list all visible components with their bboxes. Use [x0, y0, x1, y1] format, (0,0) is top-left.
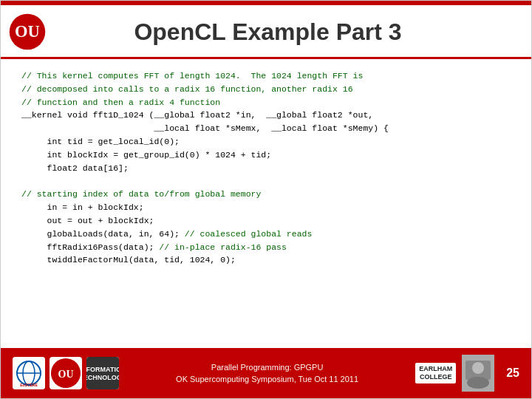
footer-logos-left: EoSCERE OU INFORMATION TECHNOLOGY: [13, 357, 119, 389]
code-line-14: twiddleFactorMul(data, tid, 1024, 0);: [21, 255, 236, 265]
footer-it-logo: INFORMATION TECHNOLOGY: [86, 357, 119, 389]
header: OU OpenCL Example Part 3: [1, 5, 531, 59]
code-block: // This kernel computes FFT of length 10…: [21, 69, 511, 267]
code-line-9: // starting index of data to/from global…: [21, 189, 261, 199]
code-line-13: fftRadix16Pass(data); // in-place radix-…: [21, 242, 287, 252]
svg-point-15: [472, 362, 484, 374]
code-line-10: in = in + blockIdx;: [21, 202, 144, 212]
code-line-8: float2 data[16];: [21, 163, 129, 173]
svg-text:EoSCERE: EoSCERE: [20, 383, 38, 387]
page-number: 25: [506, 366, 519, 380]
svg-point-14: [467, 377, 489, 389]
footer-center-line1: Parallel Programming: GPGPU: [119, 361, 415, 374]
earlham-logo: EARLHAMCOLLEGE: [415, 363, 456, 383]
footer-center: Parallel Programming: GPGPU OK Supercomp…: [119, 361, 415, 386]
code-line-1: // This kernel computes FFT of length 10…: [21, 71, 363, 81]
svg-text:INFORMATION: INFORMATION: [86, 366, 119, 373]
ou-logo: OU: [8, 13, 47, 51]
footer-center-line2: OK Supercomputing Symposium, Tue Oct 11 …: [119, 373, 415, 386]
code-line-11: out = out + blockIdx;: [21, 216, 154, 225]
svg-rect-9: [86, 357, 119, 389]
code-line-12: globalLoads(data, in, 64); // coalesced …: [21, 229, 312, 239]
code-line-4: __kernel void fft1D_1024 (__global float…: [21, 110, 373, 120]
footer: EoSCERE OU INFORMATION TECHNOLOGY: [1, 348, 531, 398]
svg-text:OU: OU: [15, 22, 40, 41]
slide-title: OpenCL Example Part 3: [58, 18, 516, 46]
eoscere-logo: EoSCERE: [13, 357, 45, 389]
svg-text:TECHNOLOGY: TECHNOLOGY: [86, 374, 119, 381]
slide: OU OpenCL Example Part 3 // This kernel …: [0, 0, 532, 399]
code-line-6: int tid = get_local_id(0);: [21, 137, 180, 146]
code-line-7: int blockIdx = get_group_id(0) * 1024 + …: [21, 150, 271, 160]
code-line-blank: [21, 177, 27, 186]
code-line-2: // decomposed into calls to a radix 16 f…: [21, 84, 353, 94]
svg-text:OU: OU: [58, 369, 74, 380]
footer-right: EARLHAMCOLLEGE 25: [415, 355, 519, 392]
code-line-3: // function and then a radix 4 function: [21, 98, 220, 107]
code-content: // This kernel computes FFT of length 10…: [1, 59, 531, 274]
code-line-5: __local float *sMemx, __local float *sMe…: [21, 123, 389, 133]
footer-ou-logo: OU: [50, 357, 82, 389]
footer-photo: [462, 355, 494, 392]
